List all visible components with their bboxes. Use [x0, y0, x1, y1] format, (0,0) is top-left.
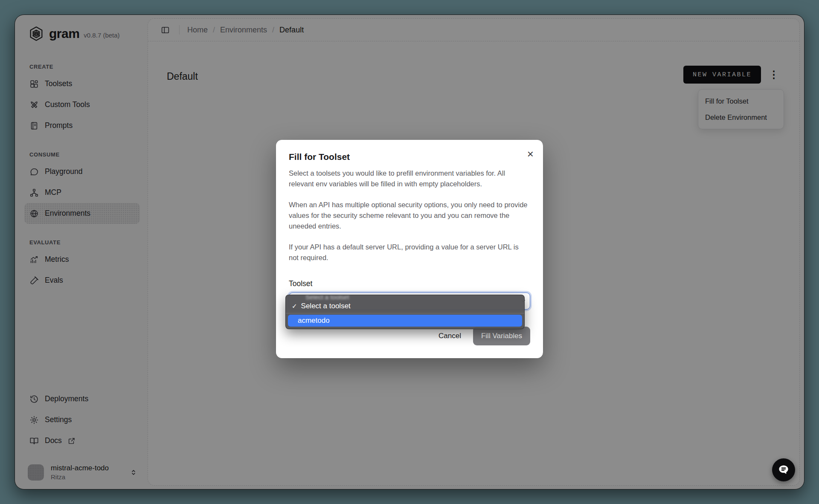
dropdown-option-acmetodo[interactable]: acmetodo	[288, 315, 522, 327]
check-icon: ✓	[292, 302, 297, 310]
fill-for-toolset-dialog: Fill for Toolset × Select a toolsets you…	[276, 140, 543, 358]
toolset-field-label: Toolset	[289, 279, 530, 288]
fill-variables-button[interactable]: Fill Variables	[473, 327, 530, 345]
toolset-select-wrap: Select a toolset ✓ Select a toolset acme…	[289, 293, 530, 310]
dialog-description: Select a toolsets you would like to pref…	[289, 168, 530, 189]
chat-support-button[interactable]	[772, 458, 795, 481]
dialog-description: When an API has multiple optional securi…	[289, 200, 530, 232]
dialog-footer: Cancel Fill Variables	[289, 327, 530, 345]
select-ghost-text: Select a toolset	[286, 295, 524, 301]
dropdown-option-label: Select a toolset	[301, 302, 351, 310]
cancel-button[interactable]: Cancel	[439, 332, 461, 340]
dropdown-option-select-a-toolset[interactable]: ✓ Select a toolset	[286, 301, 524, 313]
dialog-title: Fill for Toolset	[289, 152, 530, 162]
dialog-description: If your API has a default server URL, pr…	[289, 242, 530, 263]
chat-bubble-icon	[777, 463, 790, 476]
toolset-dropdown-popup: Select a toolset ✓ Select a toolset acme…	[285, 295, 525, 329]
close-icon[interactable]: ×	[527, 148, 534, 159]
dropdown-option-label: acmetodo	[298, 316, 330, 325]
